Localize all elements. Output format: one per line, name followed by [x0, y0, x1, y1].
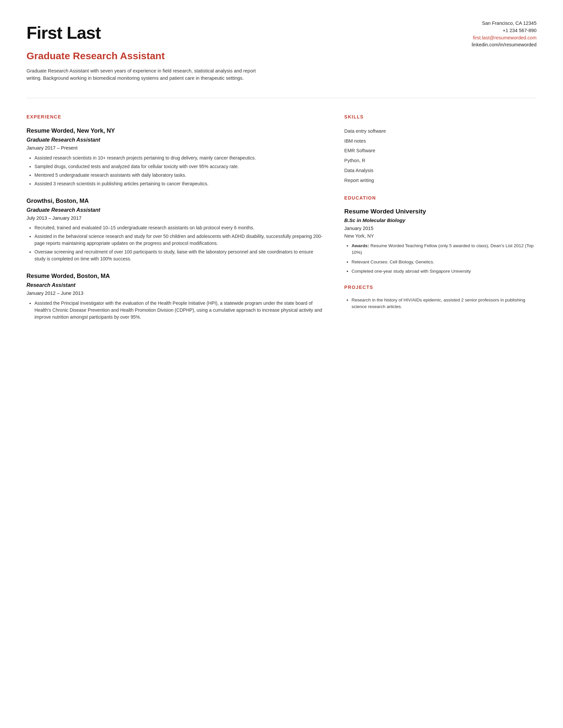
job-role-2: Graduate Research Assistant — [26, 206, 325, 214]
edu-date: January 2015 — [345, 225, 537, 232]
job-dates-2: July 2013 – January 2017 — [26, 215, 325, 222]
edu-school: Resume Worded University — [345, 207, 537, 216]
contact-email[interactable]: first.last@resumeworded.com — [473, 35, 537, 40]
bullet-1-1: Assisted research scientists in 10+ rese… — [34, 155, 325, 161]
skill-1: Data entry software — [345, 126, 537, 136]
skill-3: EMR Software — [345, 146, 537, 156]
candidate-summary: Graduate Research Assistant with seven y… — [26, 67, 258, 82]
contact-linkedin: linkedin.com/in/resumeworded — [444, 41, 537, 49]
job-role-1: Graduate Research Assistant — [26, 136, 325, 144]
job-dates-1: January 2017 – Present — [26, 145, 325, 152]
job-company-3: Resume Worded, Boston, MA — [26, 272, 325, 281]
edu-location: New York, NY — [345, 233, 537, 240]
company-name-2: Growthsi, — [26, 198, 54, 204]
company-name-3: Resume Worded, — [26, 273, 75, 279]
education-section-label: EDUCATION — [345, 195, 537, 202]
resume-page: First Last Graduate Research Assistant G… — [0, 0, 563, 728]
job-role-3: Research Assistant — [26, 281, 325, 289]
skills-list: Data entry software IBM notes EMR Softwa… — [345, 126, 537, 186]
bullet-2-1: Recruited, trained and evaluated 10–15 u… — [34, 224, 325, 231]
company-name-1: Resume Worded, — [26, 127, 75, 134]
edu-bullets: Awards: Resume Worded Teaching Fellow (o… — [345, 243, 537, 275]
header-section: First Last Graduate Research Assistant G… — [26, 20, 537, 82]
company-location-1: New York, NY — [75, 127, 115, 134]
candidate-job-title: Graduate Research Assistant — [26, 48, 444, 63]
job-bullets-2: Recruited, trained and evaluated 10–15 u… — [26, 224, 325, 262]
job-entry-3: Resume Worded, Boston, MA Research Assis… — [26, 272, 325, 321]
header-divider — [26, 98, 537, 98]
contact-phone: +1 234 567-890 — [444, 27, 537, 34]
job-dates-3: January 2012 – June 2013 — [26, 290, 325, 297]
edu-bullet-3: Completed one-year study abroad with Sin… — [352, 268, 537, 275]
company-location-2: Boston, MA — [54, 198, 89, 204]
bullet-2-3: Oversaw screening and recruitment of ove… — [34, 249, 325, 262]
skill-4: Python, R — [345, 156, 537, 166]
job-bullets-1: Assisted research scientists in 10+ rese… — [26, 155, 325, 187]
experience-section-label: EXPERIENCE — [26, 114, 325, 120]
job-entry-2: Growthsi, Boston, MA Graduate Research A… — [26, 197, 325, 263]
company-location-3: Boston, MA — [75, 273, 110, 279]
job-bullets-3: Assisted the Principal Investigator with… — [26, 300, 325, 321]
right-column: SKILLS Data entry software IBM notes EMR… — [341, 104, 537, 708]
left-column: EXPERIENCE Resume Worded, New York, NY G… — [26, 104, 325, 708]
main-content: EXPERIENCE Resume Worded, New York, NY G… — [26, 104, 537, 708]
skills-section-label: SKILLS — [345, 114, 537, 120]
project-1: Research in the history of HIV/AIDs epid… — [352, 297, 537, 310]
job-company-2: Growthsi, Boston, MA — [26, 197, 325, 205]
candidate-name: First Last — [26, 20, 444, 46]
contact-address: San Francisco, CA 12345 — [444, 20, 537, 27]
header-left: First Last Graduate Research Assistant G… — [26, 20, 444, 82]
projects-section-label: PROJECTS — [345, 284, 537, 291]
bullet-3-1: Assisted the Principal Investigator with… — [34, 300, 325, 321]
edu-bullet-1: Awards: Resume Worded Teaching Fellow (o… — [352, 243, 537, 256]
edu-bullet-2: Relevant Courses: Cell Biology, Genetics… — [352, 259, 537, 265]
bullet-1-2: Sampled drugs, conducted tests and analy… — [34, 163, 325, 170]
job-entry-1: Resume Worded, New York, NY Graduate Res… — [26, 126, 325, 187]
header-right: San Francisco, CA 12345 +1 234 567-890 f… — [444, 20, 537, 49]
skill-5: Data Analysis — [345, 166, 537, 176]
skill-2: IBM notes — [345, 136, 537, 146]
skill-6: Report writing — [345, 176, 537, 186]
job-company-1: Resume Worded, New York, NY — [26, 126, 325, 135]
education-entry: Resume Worded University B.Sc in Molecul… — [345, 207, 537, 275]
projects-list: Research in the history of HIV/AIDs epid… — [345, 297, 537, 310]
bullet-1-3: Mentored 5 undergraduate research assist… — [34, 172, 325, 179]
bullet-2-2: Assisted in the behavioral science resea… — [34, 233, 325, 247]
bullet-1-4: Assisted 3 research scientists in publis… — [34, 180, 325, 187]
edu-degree: B.Sc in Molecular Biology — [345, 217, 537, 224]
